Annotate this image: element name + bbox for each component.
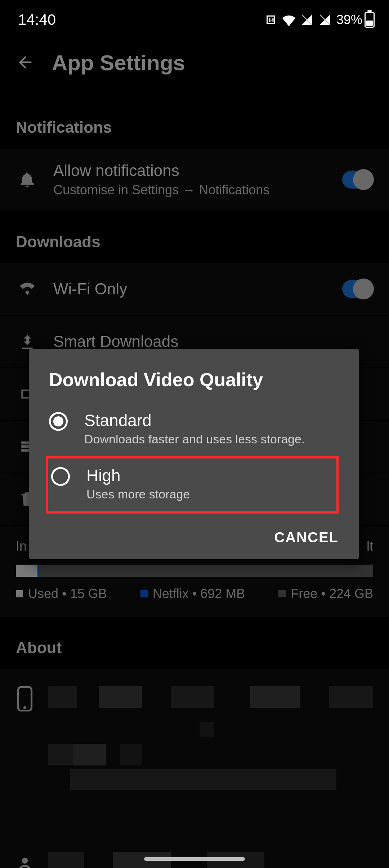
option-standard-sub: Downloads faster and uses less storage. bbox=[84, 432, 305, 446]
about-device-row bbox=[0, 669, 389, 819]
sim-icon-2 bbox=[318, 13, 331, 26]
battery-icon bbox=[365, 12, 375, 28]
app-header: App Settings bbox=[0, 40, 389, 97]
cancel-button[interactable]: CANCEL bbox=[29, 517, 359, 552]
status-icons: 39% bbox=[264, 12, 375, 28]
wifi-only-switch[interactable] bbox=[342, 280, 373, 298]
dialog-title: Download Video Quality bbox=[29, 369, 359, 403]
allow-notifications-switch[interactable] bbox=[342, 171, 373, 189]
wifi-icon bbox=[282, 13, 295, 26]
radio-standard[interactable] bbox=[49, 412, 68, 431]
legend-free: Free • 224 GB bbox=[291, 586, 373, 601]
legend-used: Used • 15 GB bbox=[28, 586, 107, 601]
status-time: 14:40 bbox=[18, 11, 56, 28]
nfc-icon bbox=[264, 13, 277, 26]
redacted-content bbox=[48, 686, 373, 791]
user-icon bbox=[16, 852, 34, 868]
storage-bar bbox=[16, 565, 373, 577]
option-standard-label: Standard bbox=[84, 411, 305, 430]
phone-icon bbox=[16, 686, 34, 713]
section-downloads-title: Downloads bbox=[0, 211, 389, 263]
battery-percent: 39% bbox=[336, 12, 362, 27]
svg-point-4 bbox=[22, 858, 28, 864]
download-icon bbox=[16, 333, 39, 351]
legend-netflix: Netflix • 692 MB bbox=[153, 586, 245, 601]
status-bar: 14:40 39% bbox=[0, 0, 389, 40]
row-wifi-only[interactable]: Wi-Fi Only bbox=[0, 263, 389, 316]
option-standard[interactable]: Standard Downloads faster and uses less … bbox=[29, 403, 359, 455]
page-title: App Settings bbox=[52, 50, 185, 75]
bell-icon bbox=[16, 171, 39, 189]
svg-point-3 bbox=[23, 706, 26, 709]
option-high-sub: Uses more storage bbox=[86, 487, 190, 501]
storage-right: lt bbox=[367, 539, 373, 554]
allow-notifications-sub: Customise in Settings → Notifications bbox=[53, 182, 328, 198]
allow-notifications-label: Allow notifications bbox=[53, 162, 328, 180]
download-quality-dialog: Download Video Quality Standard Download… bbox=[29, 349, 359, 559]
storage-left: In bbox=[16, 539, 27, 554]
sim-icon bbox=[300, 13, 313, 26]
wifi-only-label: Wi-Fi Only bbox=[53, 280, 328, 298]
option-high[interactable]: High Uses more storage bbox=[46, 456, 339, 514]
radio-high[interactable] bbox=[51, 467, 70, 486]
section-notifications-title: Notifications bbox=[0, 97, 389, 149]
back-button[interactable] bbox=[16, 53, 35, 73]
wifi-row-icon bbox=[16, 280, 39, 298]
section-about-title: About bbox=[0, 617, 389, 669]
row-allow-notifications[interactable]: Allow notifications Customise in Setting… bbox=[0, 149, 389, 211]
option-high-label: High bbox=[86, 466, 190, 485]
smart-downloads-label: Smart Downloads bbox=[53, 333, 373, 351]
gesture-bar bbox=[144, 857, 245, 861]
